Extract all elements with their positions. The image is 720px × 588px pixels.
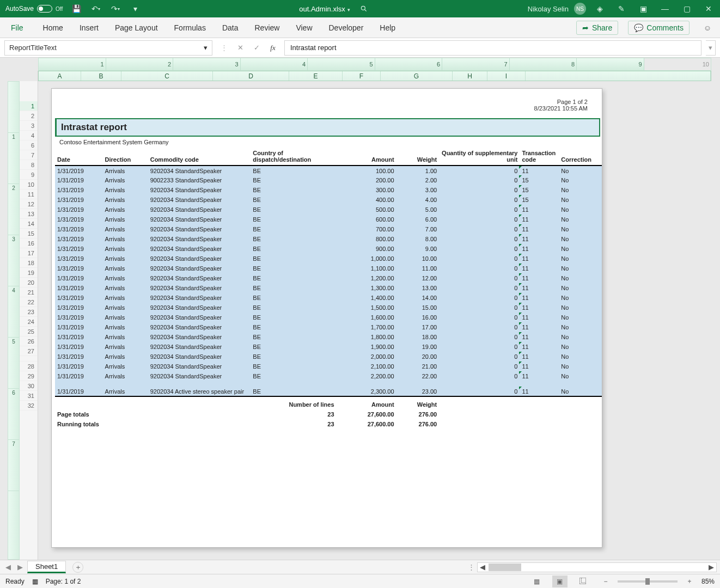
diamond-icon[interactable]: ◈: [591, 1, 608, 16]
table-row[interactable]: 1/31/2019Arrivals9202034 StandardSpeaker…: [55, 166, 602, 175]
row-header[interactable]: 8: [20, 160, 38, 170]
row-header[interactable]: 19: [20, 268, 38, 278]
report-title[interactable]: Intrastat report: [55, 118, 600, 137]
row-header[interactable]: 24: [20, 317, 38, 327]
table-row[interactable]: 1/31/2019Arrivals9202034 StandardSpeaker…: [55, 273, 602, 283]
row-header[interactable]: 32: [20, 401, 38, 411]
table-row[interactable]: 1/31/2019Arrivals9202034 StandardSpeaker…: [55, 293, 602, 303]
chevron-down-icon[interactable]: ▾: [204, 44, 208, 52]
tab-nav-prev-icon[interactable]: ◀: [3, 562, 13, 572]
row-header[interactable]: [20, 356, 38, 362]
zoom-slider[interactable]: [618, 580, 678, 583]
row-header[interactable]: 14: [20, 219, 38, 229]
column-headers[interactable]: ABCDEFGHI: [38, 71, 711, 81]
row-header[interactable]: 9: [20, 170, 38, 180]
row-header[interactable]: 17: [20, 248, 38, 258]
row-header[interactable]: 29: [20, 371, 38, 381]
grid-area[interactable]: 12345678910 ABCDEFGHI 1234567 1234678910…: [0, 58, 720, 560]
tab-formulas[interactable]: Formulas: [171, 19, 209, 36]
col-header-I[interactable]: I: [487, 71, 526, 81]
formula-input[interactable]: Intrastat report: [284, 40, 701, 56]
row-header[interactable]: 7: [20, 150, 38, 160]
tab-data[interactable]: Data: [219, 19, 242, 36]
row-headers[interactable]: 1234678910111213141516171819202122232425…: [20, 81, 38, 560]
table-row[interactable]: 1/31/2019Arrivals9202034 StandardSpeaker…: [55, 205, 602, 215]
col-header-E[interactable]: E: [289, 71, 343, 81]
col-header-A[interactable]: A: [39, 71, 81, 81]
col-header-G[interactable]: G: [381, 71, 453, 81]
table-row[interactable]: 1/31/2019Arrivals9002233 StandardSpeaker…: [55, 175, 602, 185]
search-icon[interactable]: [356, 1, 372, 16]
comments-button[interactable]: 💬 Comments: [628, 21, 690, 35]
fx-icon[interactable]: fx: [266, 41, 280, 55]
tab-home[interactable]: Home: [40, 19, 66, 36]
tab-developer[interactable]: Developer: [326, 19, 367, 36]
select-all-corner[interactable]: [20, 71, 38, 81]
row-header[interactable]: 22: [20, 297, 38, 307]
cancel-icon[interactable]: ✕: [233, 41, 247, 55]
expand-formula-icon[interactable]: ▾: [706, 40, 716, 56]
table-row[interactable]: 1/31/2019Arrivals9202034 Active stereo s…: [55, 387, 602, 396]
table-row[interactable]: 1/31/2019Arrivals9202034 StandardSpeaker…: [55, 332, 602, 342]
row-header[interactable]: 23: [20, 307, 38, 317]
row-header[interactable]: 25: [20, 327, 38, 336]
col-header-F[interactable]: F: [343, 71, 381, 81]
sheet-tab-sheet1[interactable]: Sheet1: [27, 561, 66, 573]
col-header-H[interactable]: H: [453, 71, 487, 81]
tab-page-layout[interactable]: Page Layout: [112, 19, 161, 36]
col-header-B[interactable]: B: [81, 71, 121, 81]
col-header-D[interactable]: D: [213, 71, 289, 81]
view-page-layout-icon[interactable]: ▣: [552, 575, 568, 587]
tab-nav-next-icon[interactable]: ▶: [15, 562, 25, 572]
redo-icon[interactable]: ↷▾: [107, 1, 124, 16]
row-header[interactable]: 12: [20, 199, 38, 209]
table-row[interactable]: 1/31/2019Arrivals9202034 StandardSpeaker…: [55, 371, 602, 381]
row-header[interactable]: 6: [20, 140, 38, 150]
tab-help[interactable]: Help: [376, 19, 399, 36]
scroll-right-icon[interactable]: ▶: [706, 563, 716, 571]
tab-file[interactable]: File: [4, 19, 30, 36]
scroll-left-icon[interactable]: ◀: [478, 563, 487, 571]
table-row[interactable]: 1/31/2019Arrivals9202034 StandardSpeaker…: [55, 234, 602, 244]
table-row[interactable]: 1/31/2019Arrivals9202034 StandardSpeaker…: [55, 313, 602, 322]
row-header[interactable]: 11: [20, 189, 38, 199]
col-header-C[interactable]: C: [121, 71, 213, 81]
table-row[interactable]: 1/31/2019Arrivals9202034 StandardSpeaker…: [55, 322, 602, 332]
add-sheet-icon[interactable]: ＋: [72, 562, 83, 573]
row-header[interactable]: 1: [20, 101, 38, 111]
view-page-break-icon[interactable]: ⿺: [575, 575, 590, 587]
row-header[interactable]: 28: [20, 362, 38, 371]
tab-view[interactable]: View: [292, 19, 315, 36]
save-icon[interactable]: 💾: [68, 1, 84, 16]
zoom-out-icon[interactable]: −: [598, 575, 613, 587]
row-header[interactable]: 18: [20, 258, 38, 268]
row-header[interactable]: 10: [20, 180, 38, 189]
accessibility-icon[interactable]: ▦: [32, 578, 38, 585]
row-header[interactable]: 15: [20, 229, 38, 238]
file-name[interactable]: out.Admin.xlsx: [299, 5, 350, 13]
user-avatar[interactable]: NS: [574, 3, 586, 15]
row-header[interactable]: 13: [20, 209, 38, 219]
table-row[interactable]: 1/31/2019Arrivals9202034 StandardSpeaker…: [55, 185, 602, 195]
tab-insert[interactable]: Insert: [76, 19, 102, 36]
table-row[interactable]: 1/31/2019Arrivals9202034 StandardSpeaker…: [55, 283, 602, 293]
row-header[interactable]: 3: [20, 121, 38, 131]
row-header[interactable]: 20: [20, 278, 38, 287]
tab-review[interactable]: Review: [252, 19, 283, 36]
close-icon[interactable]: ✕: [700, 1, 717, 16]
smile-feedback-icon[interactable]: ☺: [699, 20, 716, 36]
minimize-icon[interactable]: —: [657, 1, 673, 16]
table-row[interactable]: 1/31/2019Arrivals9202034 StandardSpeaker…: [55, 195, 602, 205]
row-header[interactable]: 26: [20, 336, 38, 346]
split-handle[interactable]: ⋮: [468, 563, 475, 571]
table-row[interactable]: 1/31/2019Arrivals9202034 StandardSpeaker…: [55, 264, 602, 273]
zoom-in-icon[interactable]: +: [682, 575, 697, 587]
table-row[interactable]: 1/31/2019Arrivals9202034 StandardSpeaker…: [55, 254, 602, 264]
share-button[interactable]: ➦ Share: [576, 21, 618, 35]
horizontal-scrollbar[interactable]: ◀ ▶: [477, 562, 717, 572]
row-header[interactable]: 16: [20, 238, 38, 248]
row-header[interactable]: 30: [20, 381, 38, 391]
namebox[interactable]: ReportTitleText ▾: [4, 40, 212, 56]
autosave-toggle[interactable]: AutoSave Off: [3, 4, 65, 13]
scroll-thumb[interactable]: [489, 564, 521, 571]
